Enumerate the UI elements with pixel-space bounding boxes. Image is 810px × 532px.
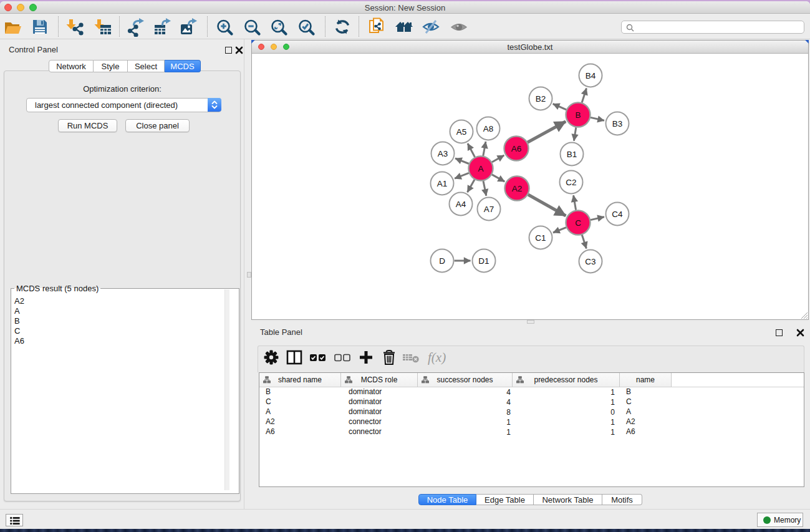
svg-text:C4: C4 bbox=[612, 210, 623, 219]
svg-text:D1: D1 bbox=[478, 256, 489, 266]
svg-text:A7: A7 bbox=[484, 205, 494, 214]
svg-text:B1: B1 bbox=[567, 150, 577, 159]
svg-text:B2: B2 bbox=[536, 94, 546, 104]
svg-text:C: C bbox=[575, 218, 581, 228]
svg-text:A6: A6 bbox=[511, 144, 522, 153]
svg-text:A8: A8 bbox=[483, 124, 494, 133]
svg-text:A: A bbox=[478, 164, 483, 173]
svg-text:B: B bbox=[575, 110, 581, 120]
svg-text:A1: A1 bbox=[437, 179, 448, 188]
svg-text:C3: C3 bbox=[585, 257, 595, 266]
svg-text:A3: A3 bbox=[438, 149, 448, 158]
svg-text:A2: A2 bbox=[512, 184, 523, 193]
svg-text:B4: B4 bbox=[586, 71, 596, 80]
svg-text:C2: C2 bbox=[566, 178, 576, 187]
svg-text:B3: B3 bbox=[612, 119, 623, 128]
svg-text:A5: A5 bbox=[456, 127, 467, 137]
svg-text:D: D bbox=[439, 256, 445, 266]
svg-text:C1: C1 bbox=[535, 233, 546, 243]
svg-text:A4: A4 bbox=[456, 200, 466, 209]
